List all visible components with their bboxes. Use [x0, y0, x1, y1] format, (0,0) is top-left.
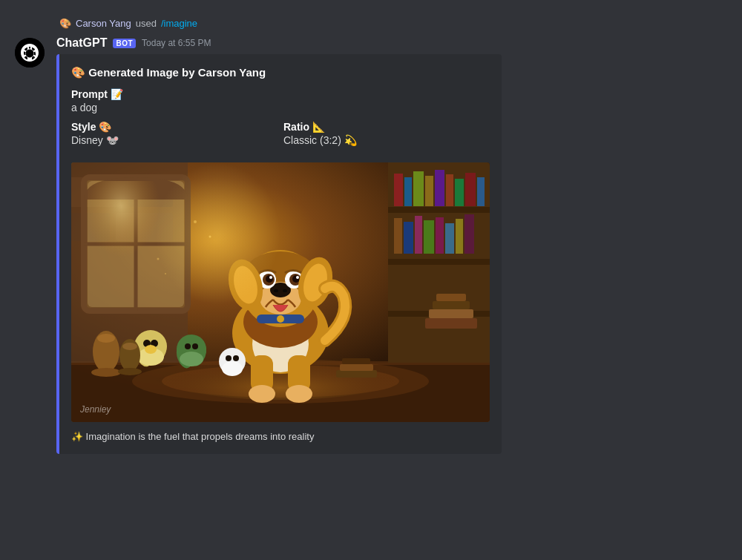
svg-rect-30	[415, 216, 422, 254]
svg-rect-25	[455, 179, 464, 206]
svg-point-94	[122, 343, 137, 350]
svg-rect-38	[433, 301, 470, 309]
svg-point-91	[97, 334, 115, 343]
svg-rect-19	[394, 174, 403, 206]
svg-rect-32	[436, 217, 444, 254]
svg-rect-20	[404, 177, 412, 206]
svg-rect-37	[429, 309, 473, 318]
svg-rect-33	[445, 223, 454, 254]
svg-rect-28	[394, 218, 402, 254]
svg-rect-24	[446, 174, 453, 206]
ratio-value: Classic (3:2) 💫	[283, 134, 490, 146]
avatar-container	[15, 38, 45, 67]
svg-point-80	[180, 352, 203, 366]
svg-rect-36	[425, 318, 477, 329]
ratio-label: Ratio 📐	[283, 121, 490, 133]
app-container: 🎨 Carson Yang used /imagine ChatGPT BOT …	[0, 0, 742, 470]
svg-rect-22	[425, 176, 433, 206]
svg-rect-31	[424, 220, 434, 254]
fields-grid: Style 🎨 Disney 🐭 Ratio 📐 Classic (3:2) 💫	[71, 121, 490, 154]
style-field: Style 🎨 Disney 🐭	[71, 121, 278, 146]
message-row: ChatGPT BOT Today at 6:55 PM 🎨 Generated…	[15, 35, 742, 455]
svg-point-82	[192, 343, 198, 349]
svg-rect-29	[404, 222, 413, 254]
ratio-field: Ratio 📐 Classic (3:2) 💫	[283, 121, 490, 146]
svg-rect-88	[340, 364, 373, 371]
prompt-field: Prompt 📝 a dog	[71, 88, 490, 113]
timestamp: Today at 6:55 PM	[142, 38, 211, 48]
bot-badge: BOT	[113, 39, 136, 48]
svg-rect-39	[436, 294, 466, 301]
svg-rect-21	[413, 171, 424, 206]
svg-point-69	[277, 315, 284, 323]
svg-point-57	[292, 275, 300, 283]
svg-rect-23	[435, 170, 444, 206]
svg-point-84	[222, 361, 243, 376]
svg-point-67	[286, 385, 312, 403]
svg-rect-16	[388, 207, 490, 213]
svg-rect-89	[342, 358, 370, 364]
svg-point-0	[15, 38, 45, 67]
prompt-label: Prompt 📝	[71, 88, 490, 100]
svg-rect-87	[336, 370, 377, 378]
svg-point-76	[145, 345, 157, 354]
svg-rect-17	[388, 259, 490, 265]
embed-title: 🎨 Generated Image by Carson Yang	[71, 66, 490, 79]
image-watermark: Jenniey	[80, 404, 111, 415]
generated-image: Jenniey	[71, 162, 490, 422]
user-avatar-emoji: 🎨	[59, 18, 71, 29]
bot-name: ChatGPT	[56, 36, 107, 50]
embed-card: 🎨 Generated Image by Carson Yang Prompt …	[56, 54, 502, 454]
style-label: Style 🎨	[71, 121, 278, 133]
svg-rect-35	[464, 214, 474, 254]
message-content: ChatGPT BOT Today at 6:55 PM 🎨 Generated…	[56, 36, 742, 454]
svg-point-66	[249, 385, 275, 403]
style-value: Disney 🐭	[71, 134, 278, 146]
svg-rect-27	[477, 177, 485, 206]
svg-point-86	[233, 355, 239, 361]
svg-point-59	[296, 276, 299, 279]
svg-rect-34	[456, 219, 463, 254]
svg-point-92	[91, 368, 121, 377]
bot-avatar	[15, 38, 45, 67]
window-glow-effect	[155, 162, 280, 306]
svg-point-95	[118, 368, 142, 375]
svg-rect-26	[465, 173, 476, 206]
svg-point-51	[283, 289, 287, 292]
embed-footer: ✨ Imagination is the fuel that propels d…	[71, 431, 490, 442]
user-action-line: 🎨 Carson Yang used /imagine	[15, 15, 742, 32]
message-header: ChatGPT BOT Today at 6:55 PM	[56, 36, 742, 50]
action-text: used	[136, 18, 157, 29]
username[interactable]: Carson Yang	[76, 18, 131, 29]
prompt-value: a dog	[71, 102, 490, 113]
command-text[interactable]: /imagine	[161, 18, 197, 29]
svg-point-81	[185, 343, 191, 349]
svg-point-85	[226, 355, 232, 361]
